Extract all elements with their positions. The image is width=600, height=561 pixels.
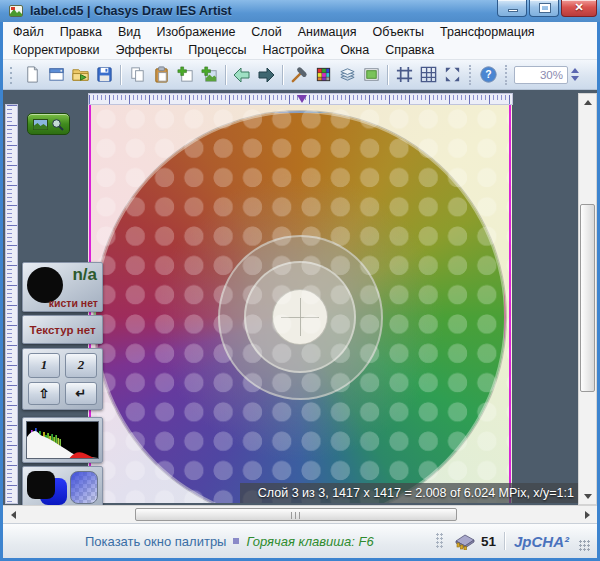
palette-button[interactable] — [312, 64, 334, 86]
grid-button[interactable] — [417, 64, 439, 86]
zoom-value: 30% — [540, 69, 563, 81]
menu-image[interactable]: Изображение — [149, 24, 244, 40]
statusbar-divider — [504, 532, 505, 550]
canvas-size-button[interactable] — [360, 64, 382, 86]
brush-size-value: n/a — [72, 265, 97, 285]
vertical-scroll-thumb[interactable] — [580, 204, 595, 392]
jpcha-logo: JpCHA² — [514, 533, 569, 550]
minimize-icon — [508, 9, 518, 12]
maximize-button[interactable] — [529, 0, 559, 17]
menu-processes[interactable]: Процессы — [180, 42, 254, 58]
layers-button[interactable] — [336, 64, 358, 86]
histogram-panel[interactable] — [22, 417, 103, 463]
toolbar: ? 30% — [3, 60, 597, 90]
statusbar: Показать окно палитры Горячая клавиша: F… — [3, 523, 597, 558]
frame-button[interactable] — [393, 64, 415, 86]
fit-screen-icon — [443, 65, 462, 84]
menu-objects[interactable]: Объекты — [364, 24, 432, 40]
zoom-input[interactable]: 30% — [514, 66, 568, 84]
redo-button[interactable] — [255, 64, 277, 86]
paste-button[interactable] — [150, 64, 172, 86]
menu-animation[interactable]: Анимация — [290, 24, 365, 40]
preset-1-button[interactable]: 1 — [28, 353, 60, 378]
toolbar-grip[interactable] — [9, 66, 14, 84]
texture-status: Текстур нет — [29, 324, 95, 336]
open-button[interactable] — [69, 64, 91, 86]
copy-button[interactable] — [126, 64, 148, 86]
histogram — [26, 421, 99, 459]
canvas-size-icon — [362, 65, 381, 84]
new-document-button[interactable] — [21, 64, 43, 86]
thumbnail-icon — [33, 119, 48, 130]
quick-buttons-panel: 1 2 ⇧ ↵ — [22, 348, 103, 410]
window-title: label.cd5 | Chasys Draw IES Artist — [30, 4, 232, 18]
vertical-ruler — [5, 104, 18, 504]
paste-as-image-button[interactable] — [174, 64, 196, 86]
scroll-down-button[interactable] — [579, 488, 596, 504]
polka-dot-pattern — [88, 105, 512, 503]
gradient-alpha-swatch[interactable] — [70, 471, 98, 504]
scroll-left-button[interactable] — [5, 507, 21, 522]
open-folder-icon — [71, 65, 90, 84]
paste-icon — [152, 65, 171, 84]
palette-hint-text: Показать окно палитры — [85, 534, 226, 549]
minimize-button[interactable] — [497, 0, 527, 17]
brush-panel[interactable]: n/a кисти нет — [22, 262, 103, 312]
spin-up-icon[interactable] — [571, 68, 579, 73]
separator-square-icon — [233, 538, 239, 544]
copy-icon — [128, 65, 147, 84]
menu-effects[interactable]: Эффекты — [107, 42, 180, 58]
zoom-spinner[interactable] — [571, 68, 579, 81]
vertical-scrollbar[interactable] — [578, 93, 597, 505]
left-arrow-icon — [11, 511, 16, 519]
help-button[interactable]: ? — [477, 64, 499, 86]
save-button[interactable] — [93, 64, 115, 86]
toolbar-separator — [469, 65, 471, 85]
menu-adjustments[interactable]: Корректировки — [5, 42, 107, 58]
svg-text:?: ? — [485, 69, 491, 80]
undo-icon — [232, 65, 252, 85]
help-icon: ? — [479, 65, 498, 84]
up-arrow-icon — [584, 100, 592, 105]
toolbar-separator — [225, 65, 226, 85]
scroll-up-button[interactable] — [579, 94, 596, 110]
histogram-graph — [27, 422, 98, 458]
texture-panel[interactable]: Текстур нет — [22, 315, 103, 344]
menu-file[interactable]: Файл — [5, 24, 52, 40]
canvas[interactable] — [88, 105, 512, 503]
shift-button[interactable]: ⇧ — [28, 382, 60, 406]
undo-memory-count: 51 — [481, 534, 496, 549]
spin-down-icon[interactable] — [571, 76, 579, 81]
paste-as-layer-button[interactable] — [198, 64, 220, 86]
menu-windows[interactable]: Окна — [332, 42, 377, 58]
menu-transform[interactable]: Трансформация — [432, 24, 543, 40]
toolbar-separator — [387, 65, 388, 85]
close-button[interactable]: ✕ — [561, 0, 597, 17]
menu-help[interactable]: Справка — [377, 42, 442, 58]
color-swatches-panel — [22, 466, 103, 508]
palette-icon — [314, 65, 333, 84]
foreground-color-swatch[interactable] — [27, 471, 55, 499]
horizontal-scroll-thumb[interactable] — [135, 508, 457, 521]
fit-screen-button[interactable] — [441, 64, 463, 86]
menu-layer[interactable]: Слой — [243, 24, 289, 40]
enter-button[interactable]: ↵ — [65, 382, 97, 406]
right-arrow-icon — [585, 511, 590, 519]
scroll-right-button[interactable] — [579, 507, 595, 522]
resize-grip[interactable] — [579, 540, 591, 552]
horizontal-scrollbar[interactable] — [3, 505, 597, 523]
menu-settings[interactable]: Настройка — [255, 42, 333, 58]
navigator-button[interactable] — [27, 113, 70, 135]
undo-button[interactable] — [231, 64, 253, 86]
tools-button[interactable] — [288, 64, 310, 86]
layer-status-text: Слой 3 из 3, 1417 x 1417 = 2.008 of 6.02… — [258, 486, 574, 500]
new-window-button[interactable] — [45, 64, 67, 86]
app-icon — [9, 4, 23, 18]
new-document-icon — [23, 65, 42, 84]
menu-view[interactable]: Вид — [110, 24, 149, 40]
close-icon: ✕ — [562, 1, 596, 14]
preset-2-button[interactable]: 2 — [65, 353, 97, 378]
frame-icon — [395, 65, 414, 84]
menu-edit[interactable]: Правка — [52, 24, 110, 40]
thumb-grip-icon — [291, 512, 301, 519]
